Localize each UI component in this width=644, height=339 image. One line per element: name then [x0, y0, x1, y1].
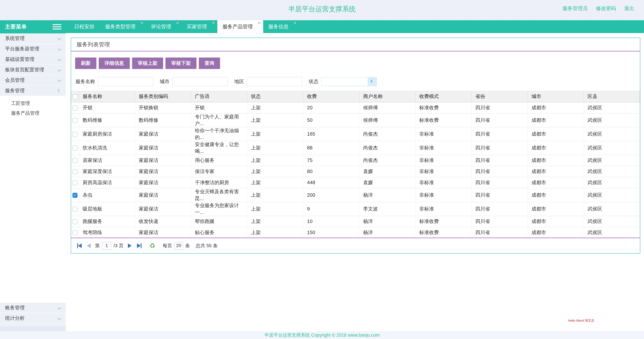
table-row[interactable]: 跑腿服务收发快递帮你跑腿上架10杨洋标准收费四川省成都市武侯区	[71, 216, 640, 227]
tab-close-icon[interactable]: ×	[258, 21, 260, 25]
per-page-input[interactable]	[174, 242, 183, 250]
prev-page-button[interactable]	[85, 242, 93, 250]
toolbar-button[interactable]: 刷新	[75, 58, 96, 69]
sidebar-item[interactable]: 基础设置管理	[0, 54, 66, 65]
tab[interactable]: 评论管理×	[146, 20, 182, 33]
sidebar-item[interactable]: 服务管理	[0, 86, 66, 96]
table-row[interactable]: 饮水机清洗家庭保洁安全健康专业，让您喝...上架88尚俊杰非标准四川省成都市武侯…	[71, 141, 640, 155]
table-row[interactable]: 数码维修数码维修专门为个人、家庭用户...上架50候师傅标准收费四川省成都市武侯…	[71, 113, 640, 127]
footer: 半居平台运营支撑系统 Copyright © 2016 www.banju.co…	[0, 331, 644, 339]
table-cell: 标准收费	[416, 216, 472, 227]
table-cell: 上架	[247, 166, 303, 177]
select-all-checkbox[interactable]	[72, 94, 78, 99]
user-link[interactable]: 退出	[624, 5, 634, 12]
sidebar-item[interactable]: 系统管理	[0, 33, 66, 44]
table-cell: 非标准	[416, 202, 472, 216]
row-checkbox[interactable]	[72, 207, 78, 212]
table-row[interactable]: 厨房高温保洁家庭保洁干净整洁的厨房上架448袁媛非标准四川省成都市武侯区	[71, 177, 640, 188]
sidebar-item[interactable]: 账务管理	[0, 303, 66, 313]
filter-input[interactable]	[172, 77, 228, 86]
table-row[interactable]: 家庭深度保洁家庭保洁保洁专家上架80袁媛非标准四川省成都市武侯区	[71, 166, 640, 177]
toolbar-button[interactable]: 审核上架	[132, 58, 163, 69]
row-checkbox[interactable]: ✓	[72, 193, 78, 198]
sidebar-item[interactable]: 平台服务器管理	[0, 44, 66, 54]
tab-close-icon[interactable]: ×	[294, 21, 296, 25]
tab-close-icon[interactable]: ×	[140, 21, 143, 25]
table-cell: 成都市	[528, 155, 584, 166]
refresh-icon[interactable]: ♻	[150, 242, 155, 249]
table-cell: 165	[303, 127, 360, 141]
toolbar-button[interactable]: 查询	[199, 58, 220, 69]
select-arrow-zone[interactable]	[368, 77, 376, 86]
tab-close-icon[interactable]: ×	[212, 21, 215, 25]
page-number-input[interactable]	[102, 242, 111, 250]
row-checkbox[interactable]	[72, 230, 78, 235]
table-row[interactable]: 驾考陪练家庭保洁贴心服务上架150杨洋标准收费四川省成都市武侯区	[71, 227, 640, 238]
column-header: 收费	[303, 91, 360, 102]
table-cell: 四川省	[472, 227, 528, 238]
status-select[interactable]	[321, 77, 377, 86]
table-cell: 非标准	[416, 166, 472, 177]
table-cell: 尚俊杰	[360, 141, 416, 155]
user-link[interactable]: 修改密码	[596, 5, 616, 12]
table-cell: 杀虫	[79, 188, 135, 202]
row-checkbox[interactable]	[72, 105, 78, 111]
table-row[interactable]: ✓杀虫家庭保洁专业灭蟑及各类有害昆...上架200杨洋非标准四川省成都市武侯区	[71, 188, 640, 202]
content-area: 服务列表管理 刷新详细信息审核上架审核下架查询 服务名称城市地区状态 服务名称服…	[66, 33, 644, 331]
user-link[interactable]: 服务管理员	[562, 5, 588, 12]
column-header: 服务类别编码	[135, 91, 191, 102]
row-checkbox[interactable]	[72, 146, 78, 151]
table-row[interactable]: 家庭厨房保洁家庭保洁给你一个干净无油烟的...上架165尚俊杰非标准四川省成都市…	[71, 127, 640, 141]
table-cell: 上架	[247, 127, 303, 141]
table-cell: 家庭保洁	[135, 155, 191, 166]
row-checkbox-cell	[71, 102, 79, 113]
table-cell: 家庭厨房保洁	[79, 127, 135, 141]
tab-close-icon[interactable]: ×	[176, 21, 179, 25]
sidebar-subitem[interactable]: 服务产品管理	[0, 108, 66, 118]
filter-input[interactable]	[247, 77, 302, 86]
table-cell: 专业服务为您家设计一...	[191, 202, 247, 216]
table-row[interactable]: 居家保洁家庭保洁用心服务上架75尚俊杰非标准四川省成都市武侯区	[71, 155, 640, 166]
tab[interactable]: 服务产品管理×	[217, 20, 263, 33]
row-checkbox[interactable]	[72, 219, 78, 224]
table-cell: 武侯区	[584, 127, 640, 141]
table-cell: 袁媛	[360, 177, 416, 188]
toolbar-button[interactable]: 详细信息	[99, 58, 130, 69]
table-cell: 厨房高温保洁	[79, 177, 135, 188]
next-page-button[interactable]	[126, 242, 134, 250]
filter-input[interactable]	[98, 77, 153, 86]
tab[interactable]: 买家管理×	[182, 20, 217, 33]
table-row[interactable]: 吸层地板家庭保洁专业服务为您家设计一...上架9李文波非标准四川省成都市武侯区	[71, 202, 640, 216]
table-cell: 专门为个人、家庭用户...	[191, 113, 247, 127]
table-cell: 标准收费	[416, 227, 472, 238]
sidebar-item-label: 账务管理	[5, 304, 24, 311]
table-cell: 成都市	[528, 127, 584, 141]
table-cell: 四川省	[472, 188, 528, 202]
last-page-button[interactable]	[135, 242, 143, 250]
row-checkbox[interactable]	[72, 118, 78, 123]
sidebar-item[interactable]: 板块首页配置管理	[0, 65, 66, 75]
row-checkbox-cell	[71, 227, 79, 238]
row-checkbox[interactable]	[72, 169, 78, 174]
menu-hamburger-icon[interactable]	[52, 24, 61, 30]
sidebar-item[interactable]: 统计分析	[0, 313, 66, 324]
sidebar-subitem[interactable]: 工匠管理	[0, 99, 66, 108]
first-page-button[interactable]	[76, 242, 83, 250]
sidebar-item[interactable]: 会员管理	[0, 75, 66, 86]
filter-label: 城市	[160, 78, 170, 85]
table-cell: 武侯区	[584, 102, 640, 113]
tab[interactable]: 服务类型管理×	[100, 20, 146, 33]
tab[interactable]: 服务信息×	[263, 20, 299, 33]
row-checkbox-cell	[71, 166, 79, 177]
row-checkbox[interactable]	[72, 158, 78, 163]
row-checkbox[interactable]	[72, 132, 78, 137]
table-cell: 上架	[247, 113, 303, 127]
table-cell: 成都市	[528, 227, 584, 238]
row-checkbox[interactable]	[72, 180, 78, 185]
table-cell: 上架	[247, 202, 303, 216]
table-cell: 上架	[247, 177, 303, 188]
toolbar-button[interactable]: 审核下架	[166, 58, 196, 69]
tab[interactable]: 日程安排	[69, 20, 100, 33]
table-cell: 武侯区	[584, 202, 640, 216]
table-row[interactable]: 开锁开锁换锁开锁上架20候师傅标准收费四川省成都市武侯区	[71, 102, 640, 113]
